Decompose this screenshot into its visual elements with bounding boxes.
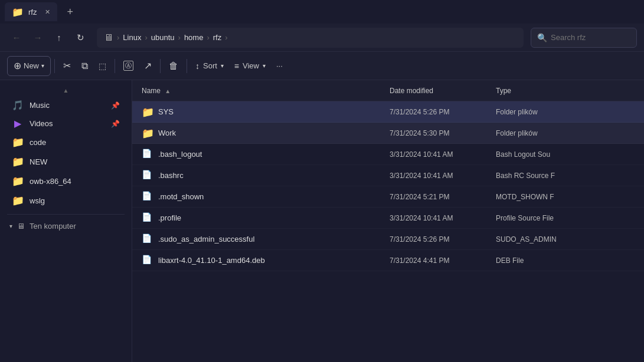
section-chevron-icon: ▾: [9, 223, 12, 229]
tab-title: rfz: [28, 8, 37, 17]
file-date: 7/31/2024 5:26 PM: [390, 108, 496, 116]
new-tab-button[interactable]: +: [62, 2, 78, 21]
forward-button[interactable]: →: [28, 28, 47, 47]
new-button[interactable]: ⊕ New ▾: [7, 56, 51, 76]
file-doc-icon: 📄: [142, 191, 153, 203]
tab-folder-icon: 📁: [12, 6, 24, 18]
view-icon: ≡: [234, 61, 239, 71]
folder-icon: 📁: [142, 106, 153, 118]
owb-folder-icon: 📁: [12, 175, 24, 187]
table-row[interactable]: 📄 .sudo_as_admin_successful 7/31/2024 5:…: [132, 229, 644, 250]
sidebar-pin-videos: 📌: [111, 120, 120, 128]
column-type[interactable]: Type: [496, 87, 635, 95]
view-button[interactable]: ≡ View ▾: [230, 56, 270, 76]
file-name: .bash_logout: [158, 150, 390, 159]
toolbar-separator-3: [160, 59, 161, 73]
more-button[interactable]: ···: [272, 56, 287, 76]
sidebar-item-new-label: NEW: [30, 157, 47, 166]
sidebar-item-music-label: Music: [30, 101, 50, 110]
copy-button[interactable]: ⧉: [77, 56, 93, 76]
sidebar-item-videos[interactable]: ▶ Videos 📌: [2, 114, 129, 133]
up-button[interactable]: ↑: [50, 28, 68, 47]
sidebar-item-code-label: code: [30, 138, 46, 147]
title-bar: 📁 rfz ✕ +: [0, 0, 644, 24]
sidebar-item-videos-label: Videos: [30, 119, 53, 128]
file-name: .sudo_as_admin_successful: [158, 235, 390, 243]
file-date: 7/31/2024 5:26 PM: [390, 235, 496, 243]
search-icon: 🔍: [537, 33, 547, 42]
breadcrumb-ubuntu[interactable]: ubuntu: [151, 33, 175, 42]
main-area: ▲ 🎵 Music 📌 ▶ Videos 📌 📁 code 📁 NEW 📁 ow…: [0, 80, 644, 362]
sort-button[interactable]: ↕ Sort ▾: [191, 56, 228, 76]
file-doc-icon: 📄: [142, 149, 153, 160]
folder-icon: 📁: [142, 127, 153, 139]
breadcrumb: 🖥 › Linux › ubuntu › home › rfz ›: [97, 28, 524, 48]
file-name: libaxrt-4.0_41.10-1_amd64.deb: [158, 256, 390, 265]
sidebar-item-new[interactable]: 📁 NEW: [2, 152, 129, 172]
sort-icon: ↕: [195, 61, 200, 71]
share-button[interactable]: ↗: [139, 56, 156, 76]
code-folder-icon: 📁: [12, 136, 24, 149]
file-doc-icon: 📄: [142, 233, 153, 245]
table-row[interactable]: 📄 .motd_shown 7/31/2024 5:21 PM MOTD_SHO…: [132, 186, 644, 208]
rename-button[interactable]: Ⓐ: [119, 56, 138, 76]
file-date: 7/31/2024 5:30 PM: [390, 129, 496, 137]
breadcrumb-linux[interactable]: Linux: [123, 33, 141, 42]
paste-button[interactable]: ⬚: [94, 56, 111, 76]
table-row[interactable]: 📁 Work 7/31/2024 5:30 PM Folder plików: [132, 123, 644, 144]
table-row[interactable]: 📄 .profile 3/31/2024 10:41 AM Profile So…: [132, 208, 644, 229]
toolbar-separator-4: [187, 59, 187, 73]
toolbar-separator-1: [54, 59, 55, 73]
file-date: 3/31/2024 10:41 AM: [390, 214, 496, 222]
paste-icon: ⬚: [99, 61, 106, 71]
copy-icon: ⧉: [81, 61, 88, 71]
new-folder-icon: 📁: [12, 156, 24, 168]
file-name: .profile: [158, 213, 390, 222]
rename-icon: Ⓐ: [123, 61, 133, 71]
delete-button[interactable]: 🗑: [164, 56, 183, 76]
sidebar-section-computer[interactable]: ▾ 🖥 Ten komputer: [0, 218, 132, 234]
sidebar-item-owb[interactable]: 📁 owb-x86_64: [2, 172, 129, 191]
column-name[interactable]: Name ▲: [142, 87, 390, 95]
file-area: Name ▲ Date modified Type 📁 SYS 7/31/202…: [132, 80, 644, 362]
computer-icon: 🖥: [104, 32, 113, 43]
collapse-arrow: ▲: [0, 85, 132, 96]
refresh-button[interactable]: ↻: [71, 28, 90, 47]
cut-button[interactable]: ✂: [58, 56, 76, 76]
wslg-folder-icon: 📁: [12, 195, 24, 207]
breadcrumb-rfz[interactable]: rfz: [213, 33, 221, 42]
sidebar-item-music[interactable]: 🎵 Music 📌: [2, 96, 129, 114]
share-icon: ↗: [144, 60, 152, 71]
file-type: SUDO_AS_ADMIN: [496, 235, 635, 243]
file-name: .bashrc: [158, 171, 390, 180]
table-row[interactable]: 📄 .bash_logout 3/31/2024 10:41 AM Bash L…: [132, 144, 644, 165]
table-row[interactable]: 📁 SYS 7/31/2024 5:26 PM Folder plików: [132, 101, 644, 123]
sort-chevron-icon: ▾: [221, 62, 224, 69]
breadcrumb-home[interactable]: home: [184, 33, 204, 42]
sort-arrow-icon: ▲: [165, 88, 171, 94]
toolbar: ⊕ New ▾ ✂ ⧉ ⬚ Ⓐ ↗ 🗑 ↕ Sort ▾ ≡ View ▾ ··…: [0, 52, 644, 80]
file-name: Work: [158, 129, 390, 137]
new-label: New: [24, 61, 39, 70]
sidebar-item-wslg[interactable]: 📁 wslg: [2, 191, 129, 210]
file-type: MOTD_SHOWN F: [496, 193, 635, 201]
column-date-modified[interactable]: Date modified: [390, 87, 496, 95]
more-icon: ···: [276, 61, 283, 70]
table-row[interactable]: 📄 .bashrc 3/31/2024 10:41 AM Bash RC Sou…: [132, 165, 644, 186]
view-chevron-icon: ▾: [263, 62, 266, 69]
sidebar-item-code[interactable]: 📁 code: [2, 133, 129, 152]
search-input[interactable]: [551, 33, 627, 42]
tab-rfz[interactable]: 📁 rfz ✕: [5, 2, 57, 21]
file-date: 7/31/2024 4:41 PM: [390, 256, 496, 265]
view-label: View: [243, 61, 259, 70]
search-box[interactable]: 🔍: [531, 28, 637, 48]
sidebar-pin-music: 📌: [111, 101, 120, 110]
tab-close-button[interactable]: ✕: [45, 8, 50, 16]
sidebar: ▲ 🎵 Music 📌 ▶ Videos 📌 📁 code 📁 NEW 📁 ow…: [0, 80, 132, 362]
back-button[interactable]: ←: [7, 28, 26, 47]
table-row[interactable]: 📄 libaxrt-4.0_41.10-1_amd64.deb 7/31/202…: [132, 250, 644, 271]
file-date: 3/31/2024 10:41 AM: [390, 150, 496, 159]
file-type: Folder plików: [496, 129, 635, 137]
sidebar-divider: [7, 214, 125, 215]
toolbar-separator-2: [115, 59, 115, 73]
